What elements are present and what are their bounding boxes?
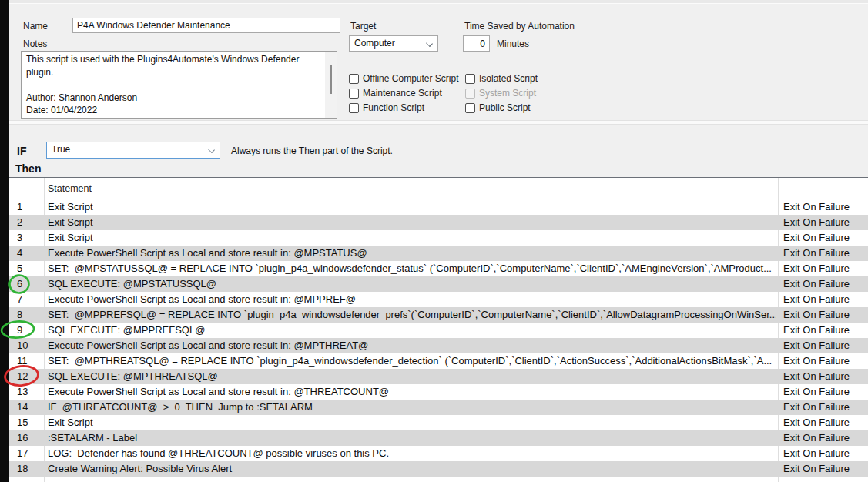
- row-exit-on-failure: Exit On Failure: [783, 338, 850, 353]
- checkbox-icon: [465, 103, 475, 113]
- table-row[interactable]: 7 Execute PowerShell Script as Local and…: [9, 292, 868, 307]
- chevron-down-icon: [426, 40, 433, 47]
- table-row[interactable]: 3 Exit Script Exit On Failure: [9, 230, 868, 246]
- checkbox-label: System Script: [479, 88, 536, 99]
- row-statement: IF @THREATCOUNT@ > 0 THEN Jump to :SETAL…: [48, 400, 776, 415]
- time-saved-input[interactable]: 0: [463, 35, 490, 52]
- row-statement: SET: @MPPREFSQL@ = REPLACE INTO `plugin_…: [48, 307, 776, 323]
- row-exit-on-failure: Exit On Failure: [783, 246, 850, 261]
- target-select[interactable]: Computer: [349, 35, 438, 52]
- checkbox-icon: [349, 103, 359, 113]
- table-row[interactable]: 2 Exit Script Exit On Failure: [9, 215, 868, 230]
- row-number: 1: [17, 199, 43, 215]
- row-number: 3: [17, 230, 43, 246]
- row-number: 13: [17, 384, 43, 400]
- checkbox-label: Function Script: [363, 102, 424, 113]
- table-row[interactable]: 1 Exit Script Exit On Failure: [9, 199, 868, 215]
- row-statement: Create Warning Alert: Possible Virus Ale…: [48, 461, 776, 477]
- target-selected-value: Computer: [354, 38, 395, 49]
- row-statement: Exit Script: [48, 215, 776, 230]
- row-statement: Execute PowerShell Script as Local and s…: [48, 338, 776, 353]
- row-exit-on-failure: Exit On Failure: [783, 261, 850, 276]
- table-row[interactable]: 5 SET: @MPSTATUSSQL@ = REPLACE INTO `plu…: [9, 261, 868, 276]
- table-row[interactable]: 14 IF @THREATCOUNT@ > 0 THEN Jump to :SE…: [9, 400, 868, 415]
- row-number: 2: [17, 215, 43, 230]
- row-statement: Exit Script: [48, 415, 776, 430]
- if-condition-select[interactable]: True: [46, 142, 220, 159]
- checkbox-isolated-script[interactable]: Isolated Script: [465, 73, 538, 84]
- row-statement: SQL EXECUTE: @MPTHREATSQL@: [48, 369, 776, 384]
- table-row[interactable]: 13 Execute PowerShell Script as Local an…: [9, 384, 868, 400]
- row-number: 5: [17, 261, 43, 276]
- table-row[interactable]: 4 Execute PowerShell Script as Local and…: [9, 246, 868, 261]
- table-header-row: Statement: [9, 178, 868, 199]
- table-row[interactable]: 12 SQL EXECUTE: @MPTHREATSQL@ Exit On Fa…: [9, 369, 868, 384]
- checkbox-label: Public Script: [479, 102, 531, 113]
- checkbox-function-script[interactable]: Function Script: [349, 102, 424, 113]
- target-label: Target: [350, 21, 376, 32]
- row-exit-on-failure: Exit On Failure: [783, 307, 850, 323]
- chevron-down-icon: [208, 146, 215, 153]
- script-statement-table: Statement 1 Exit Script Exit On Failure …: [9, 177, 868, 482]
- checkbox-label: Maintenance Script: [363, 88, 442, 99]
- row-number: 9: [17, 323, 43, 338]
- row-exit-on-failure: Exit On Failure: [783, 369, 850, 384]
- statement-column-header: Statement: [48, 183, 92, 194]
- background-window-edge: [0, 0, 9, 482]
- row-statement: LOG: Defender has found @THREATCOUNT@ po…: [48, 446, 776, 461]
- if-label: IF: [17, 145, 26, 157]
- table-row[interactable]: 10 Execute PowerShell Script as Local an…: [9, 338, 868, 353]
- checkbox-icon: [349, 74, 359, 84]
- table-row[interactable]: 11 SET: @MPTHREATSQL@ = REPLACE INTO `pl…: [9, 353, 868, 369]
- row-exit-on-failure: Exit On Failure: [783, 199, 850, 215]
- table-row[interactable]: 16 :SETALARM - Label Exit On Failure: [9, 430, 868, 446]
- checkbox-label: Isolated Script: [479, 73, 538, 84]
- row-statement: :SETALARM - Label: [48, 430, 776, 446]
- row-number: 14: [17, 400, 43, 415]
- row-number: 12: [17, 369, 43, 384]
- row-statement: SET: @MPSTATUSSQL@ = REPLACE INTO `plugi…: [48, 261, 776, 276]
- checkbox-public-script[interactable]: Public Script: [465, 102, 531, 113]
- row-number: 18: [17, 461, 43, 477]
- checkbox-icon: [465, 89, 475, 99]
- table-row[interactable]: 15 Exit Script Exit On Failure: [9, 415, 868, 430]
- row-number: 15: [17, 415, 43, 430]
- row-statement: Exit Script: [48, 199, 776, 215]
- row-number: 11: [17, 353, 43, 369]
- row-number: 17: [17, 446, 43, 461]
- script-name-input[interactable]: P4A Windows Defender Maintenance: [72, 18, 340, 33]
- row-exit-on-failure: Exit On Failure: [783, 400, 850, 415]
- row-exit-on-failure: Exit On Failure: [783, 230, 850, 246]
- minutes-label: Minutes: [497, 38, 529, 49]
- checkbox-maintenance-script[interactable]: Maintenance Script: [349, 88, 442, 99]
- table-row[interactable]: 9 SQL EXECUTE: @MPPREFSQL@ Exit On Failu…: [9, 323, 868, 338]
- table-row[interactable]: 8 SET: @MPPREFSQL@ = REPLACE INTO `plugi…: [9, 307, 868, 323]
- row-number: 4: [17, 246, 43, 261]
- row-exit-on-failure: Exit On Failure: [783, 461, 850, 477]
- time-saved-label: Time Saved by Automation: [464, 21, 575, 32]
- table-body: 1 Exit Script Exit On Failure 2 Exit Scr…: [9, 199, 868, 477]
- section-divider: [9, 120, 868, 125]
- table-row[interactable]: 6 SQL EXECUTE: @MPSTATUSSQL@ Exit On Fai…: [9, 276, 868, 292]
- row-statement: Execute PowerShell Script as Local and s…: [48, 246, 776, 261]
- row-statement: Execute PowerShell Script as Local and s…: [48, 384, 776, 400]
- row-number: 6: [17, 276, 43, 292]
- row-statement: SET: @MPTHREATSQL@ = REPLACE INTO `plugi…: [48, 353, 776, 369]
- row-exit-on-failure: Exit On Failure: [783, 292, 850, 307]
- row-statement: SQL EXECUTE: @MPSTATUSSQL@: [48, 276, 776, 292]
- notes-textarea[interactable]: This script is used with the Plugins4Aut…: [21, 51, 337, 119]
- row-number: 10: [17, 338, 43, 353]
- checkbox-offline-computer-script[interactable]: Offline Computer Script: [349, 73, 459, 84]
- panel-top-edge: [9, 0, 868, 4]
- row-exit-on-failure: Exit On Failure: [783, 430, 850, 446]
- row-statement: Exit Script: [48, 230, 776, 246]
- if-selected-value: True: [52, 144, 70, 155]
- row-statement: SQL EXECUTE: @MPPREFSQL@: [48, 323, 776, 338]
- notes-scrollbar-thumb[interactable]: [330, 65, 332, 94]
- row-number: 8: [17, 307, 43, 323]
- row-number: 7: [17, 292, 43, 307]
- table-row[interactable]: 17 LOG: Defender has found @THREATCOUNT@…: [9, 446, 868, 461]
- notes-label: Notes: [23, 38, 47, 49]
- table-row[interactable]: 18 Create Warning Alert: Possible Virus …: [9, 461, 868, 477]
- row-exit-on-failure: Exit On Failure: [783, 353, 850, 369]
